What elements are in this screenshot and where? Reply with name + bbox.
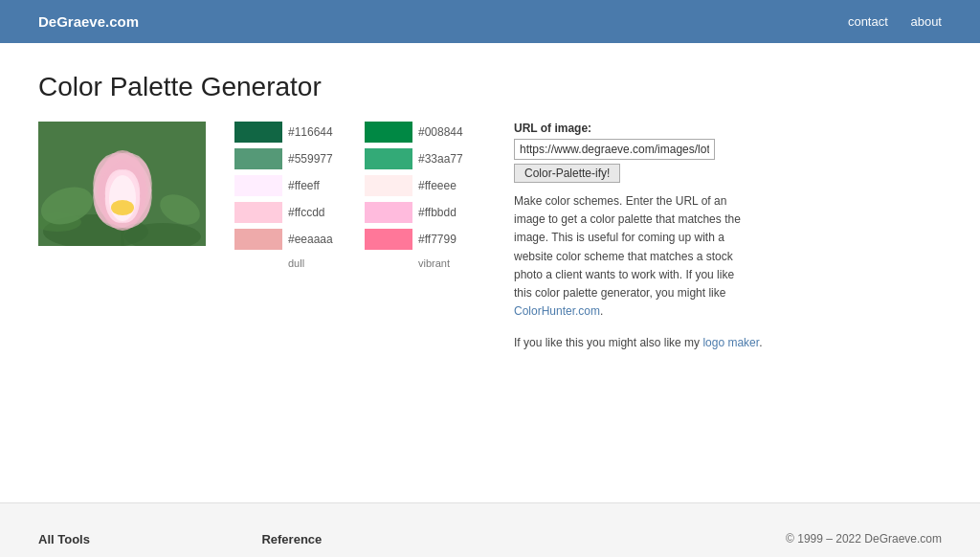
logo-maker-link[interactable]: logo maker bbox=[702, 336, 759, 349]
footer-col-tools: All Tools BiorhythmsBusiness Card Genera… bbox=[38, 532, 204, 557]
swatch-row-r3: #ffbbdd bbox=[365, 202, 476, 223]
nav-about[interactable]: about bbox=[910, 14, 942, 29]
swatch-color-r1 bbox=[365, 148, 412, 169]
swatch-row-r4: #ff7799 bbox=[365, 229, 476, 250]
swatch-label-2: #ffeeff bbox=[288, 179, 345, 192]
url-input[interactable] bbox=[514, 139, 715, 160]
swatch-col-left: #116644 #559977 #ffeeff #ffccdd #eeaaaa bbox=[234, 122, 345, 269]
main-content: Color Palette Generator bbox=[0, 43, 980, 502]
swatch-color-r2 bbox=[365, 175, 412, 196]
swatch-label-1: #559977 bbox=[288, 152, 345, 166]
swatch-label-4: #eeaaaa bbox=[288, 233, 345, 246]
footer-col-reference: Reference ASCII TableCurrent Stamp Price… bbox=[261, 532, 381, 557]
swatch-label-r1: #33aa77 bbox=[418, 152, 476, 166]
swatch-label-r4: #ff7799 bbox=[418, 233, 476, 246]
right-panel: URL of image: Color-Palette-ify! Make co… bbox=[504, 122, 942, 353]
page-title: Color Palette Generator bbox=[38, 72, 942, 102]
swatch-category-right: vibrant bbox=[365, 257, 476, 269]
swatch-row-4: #eeaaaa bbox=[234, 229, 345, 250]
swatch-label-3: #ffccdd bbox=[288, 206, 345, 219]
swatch-label-r3: #ffbbdd bbox=[418, 206, 476, 219]
swatch-row-r2: #ffeeee bbox=[365, 175, 476, 196]
colorhunter-link[interactable]: ColorHunter.com bbox=[514, 304, 600, 318]
swatch-row-0: #116644 bbox=[234, 122, 345, 143]
go-button[interactable]: Color-Palette-ify! bbox=[514, 164, 620, 183]
lotus-image bbox=[38, 122, 206, 246]
swatch-color-0 bbox=[234, 122, 282, 143]
swatch-label-r0: #008844 bbox=[418, 125, 476, 139]
swatch-label-0: #116644 bbox=[288, 125, 345, 139]
color-swatches: #116644 #559977 #ffeeff #ffccdd #eeaaaa bbox=[234, 122, 476, 269]
footer-inner: All Tools BiorhythmsBusiness Card Genera… bbox=[38, 532, 942, 557]
url-label: URL of image: bbox=[514, 122, 942, 135]
header: DeGraeve.com contact about bbox=[0, 0, 980, 43]
footer: All Tools BiorhythmsBusiness Card Genera… bbox=[0, 502, 980, 557]
palette-container: #116644 #559977 #ffeeff #ffccdd #eeaaaa bbox=[38, 122, 942, 353]
like-text: If you like this you might also like my … bbox=[514, 334, 942, 352]
swatch-row-r0: #008844 bbox=[365, 122, 476, 143]
swatch-color-r0 bbox=[365, 122, 412, 143]
footer-copyright: © 1999 – 2022 DeGraeve.com bbox=[786, 532, 942, 557]
footer-col1-title: All Tools bbox=[38, 532, 204, 546]
swatch-color-1 bbox=[234, 148, 282, 169]
header-nav: contact about bbox=[829, 14, 942, 29]
swatch-row-3: #ffccdd bbox=[234, 202, 345, 223]
swatch-color-4 bbox=[234, 229, 282, 250]
swatch-color-r4 bbox=[365, 229, 412, 250]
svg-point-13 bbox=[111, 200, 134, 215]
swatch-color-2 bbox=[234, 175, 282, 196]
description-text: Make color schemes. Enter the URL of an … bbox=[514, 192, 744, 321]
swatch-label-r2: #ffeeee bbox=[418, 179, 476, 192]
swatch-row-r1: #33aa77 bbox=[365, 148, 476, 169]
swatch-color-3 bbox=[234, 202, 282, 223]
swatch-col-right: #008844 #33aa77 #ffeeee #ffbbdd #ff7799 bbox=[365, 122, 476, 269]
swatch-row-1: #559977 bbox=[234, 148, 345, 169]
swatch-category-left: dull bbox=[234, 257, 345, 269]
swatch-row-2: #ffeeff bbox=[234, 175, 345, 196]
site-logo[interactable]: DeGraeve.com bbox=[38, 13, 139, 30]
nav-contact[interactable]: contact bbox=[848, 14, 888, 29]
footer-col2-title: Reference bbox=[261, 532, 381, 546]
swatch-color-r3 bbox=[365, 202, 412, 223]
